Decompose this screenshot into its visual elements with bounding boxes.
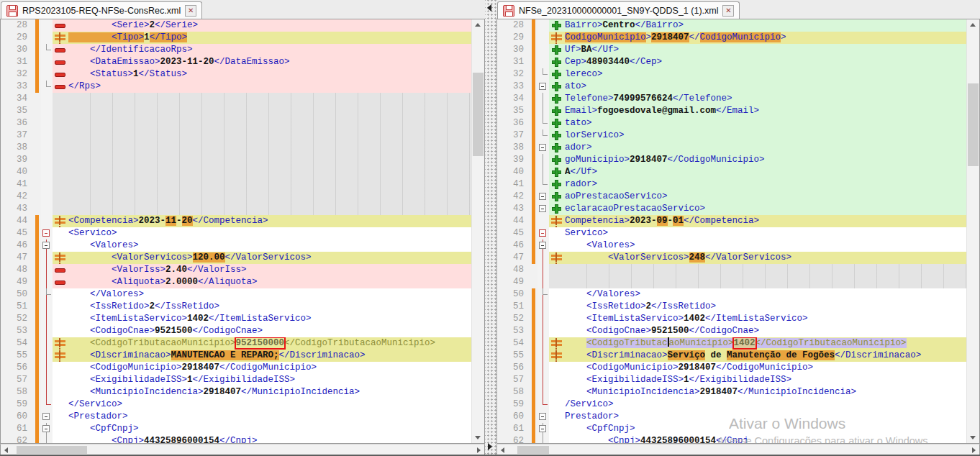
code-text[interactable]: <Cnpj>44325896000154</Cnpj> [68, 435, 472, 443]
code-line[interactable]: 36 [1, 117, 472, 129]
code-text[interactable] [68, 93, 472, 105]
scroll-left-arrow-icon[interactable] [501, 447, 504, 453]
fold-margin[interactable] [41, 252, 53, 264]
code-text[interactable]: <Serie>2</Serie> [68, 19, 472, 32]
code-line[interactable]: 33ato> [497, 81, 967, 93]
code-text[interactable] [68, 105, 472, 117]
fold-margin[interactable] [41, 68, 53, 81]
code-line[interactable]: 43eclaracaoPrestacaoServico> [497, 203, 967, 215]
code-line[interactable]: 37lorServico> [497, 129, 967, 142]
code-text[interactable]: Email>fogoesdovale@gmail.com</Email> [565, 105, 967, 117]
code-text[interactable]: <Discriminacao>Serviço de Manutenção de … [565, 350, 967, 362]
code-line[interactable]: 33</Rps> [1, 81, 472, 93]
close-tab-icon[interactable] [185, 5, 196, 17]
scroll-up-arrow-icon[interactable] [475, 23, 481, 27]
fold-margin[interactable] [537, 288, 549, 301]
code-line[interactable]: 43 [1, 203, 472, 215]
code-line[interactable]: 38ador> [497, 142, 967, 154]
code-line[interactable]: 51 <IssRetido>2</IssRetido> [497, 301, 967, 313]
code-line[interactable]: 59/Servico> [497, 398, 967, 411]
fold-margin[interactable] [41, 105, 53, 117]
code-text[interactable]: <MunicipioIncidencia>2918407</MunicipioI… [68, 386, 472, 398]
fold-margin[interactable] [537, 362, 549, 374]
code-text[interactable]: <CodigoMunicipio>2918407</CodigoMunicipi… [565, 362, 967, 374]
code-line[interactable]: 60<Prestador> [1, 411, 472, 423]
code-line[interactable]: 45<Servico> [1, 227, 472, 240]
code-text[interactable]: <CodigoCnae>9521500</CodigoCnae> [68, 325, 472, 337]
code-line[interactable]: 55 <Discriminacao>Serviço de Manutenção … [497, 350, 967, 362]
fold-margin[interactable] [41, 411, 53, 423]
code-line[interactable]: 57 <ExigibilidadeISS>1</ExigibilidadeISS… [1, 374, 472, 386]
code-line[interactable]: 28Bairro>Centro</Bairro> [497, 19, 967, 32]
fold-margin[interactable] [537, 423, 549, 435]
scrollbar-thumb[interactable] [968, 83, 979, 166]
fold-margin[interactable] [41, 166, 53, 178]
code-text[interactable]: <Cnpj>44325896000154</Cnpj [565, 435, 967, 443]
code-line[interactable]: 45Servico> [497, 227, 967, 240]
fold-margin[interactable] [41, 423, 53, 435]
code-line[interactable]: 53 <CodigoCnae>9521500</CodigoCnae> [1, 325, 472, 337]
fold-margin[interactable] [537, 386, 549, 398]
code-line[interactable]: 62 <Cnpj>44325896000154</Cnpj [497, 435, 967, 443]
code-text[interactable]: tato> [565, 117, 967, 129]
code-text[interactable]: Telefone>74999576624</Telefone> [565, 93, 967, 105]
code-line[interactable]: 55 <Discriminacao>MANUTENCAO E REPARO;</… [1, 350, 472, 362]
code-text[interactable]: Competencia>2023-09-01</Competencia> [565, 215, 967, 227]
fold-margin[interactable] [41, 337, 53, 350]
fold-margin[interactable] [41, 350, 53, 362]
code-line[interactable]: 47 <ValorServicos>248</ValorServicos> [497, 252, 967, 264]
fold-margin[interactable] [41, 362, 53, 374]
fold-margin[interactable] [537, 411, 549, 423]
code-line[interactable]: 52 <ItemListaServico>1402</ItemListaServ… [497, 313, 967, 325]
code-text[interactable] [68, 129, 472, 142]
code-line[interactable]: 58 <MunicipioIncidencia>2918407</Municip… [1, 386, 472, 398]
fold-margin[interactable] [41, 19, 53, 32]
code-text[interactable]: <CodigoTributacaoMunicipio>1402</CodigoT… [565, 337, 967, 350]
code-text[interactable]: Prestador> [565, 411, 967, 423]
code-text[interactable]: <CodigoTributacaoMunicipio>952150000</Co… [68, 337, 472, 350]
scroll-down-arrow-icon[interactable] [475, 436, 481, 439]
pane-splitter[interactable] [485, 0, 496, 456]
code-line[interactable]: 31 <DataEmissao>2023-11-20</DataEmissao> [1, 56, 472, 68]
scroll-up-arrow-icon[interactable] [970, 23, 976, 27]
code-text[interactable]: <ValorServicos>248</ValorServicos> [565, 252, 967, 264]
fold-margin[interactable] [537, 129, 549, 142]
code-line[interactable]: 39goMunicipio>2918407</CodigoMunicipio> [497, 154, 967, 166]
fold-margin[interactable] [537, 166, 549, 178]
fold-margin[interactable] [537, 191, 549, 203]
fold-margin[interactable] [41, 191, 53, 203]
fold-margin[interactable] [537, 313, 549, 325]
fold-margin[interactable] [41, 301, 53, 313]
code-text[interactable]: <Tipo>1</Tipo> [68, 32, 472, 44]
code-text[interactable]: <IssRetido>2</IssRetido> [68, 301, 472, 313]
code-line[interactable]: 53 <CodigoCnae>9521500</CodigoCnae> [497, 325, 967, 337]
code-text[interactable]: Bairro>Centro</Bairro> [565, 19, 967, 32]
code-line[interactable]: 49 [497, 276, 967, 288]
code-text[interactable] [68, 203, 472, 215]
code-line[interactable]: 46 <Valores> [497, 240, 967, 252]
fold-collapse-box[interactable] [539, 193, 546, 200]
fold-collapse-box[interactable] [42, 242, 50, 249]
fold-margin[interactable] [537, 19, 549, 32]
fold-collapse-box[interactable] [42, 425, 50, 432]
code-text[interactable]: goMunicipio>2918407</CodigoMunicipio> [565, 154, 967, 166]
fold-margin[interactable] [537, 56, 549, 68]
fold-collapse-box[interactable] [42, 413, 50, 420]
code-line[interactable]: 46 <Valores> [1, 240, 472, 252]
code-line[interactable]: 62 <Cnpj>44325896000154</Cnpj> [1, 435, 472, 443]
fold-margin[interactable] [41, 325, 53, 337]
code-text[interactable] [68, 117, 472, 129]
code-text[interactable]: <MunicipioIncidencia>2918407</MunicipioI… [565, 386, 967, 398]
code-line[interactable]: 32lereco> [497, 68, 967, 81]
code-text[interactable]: <Valores> [565, 240, 967, 252]
scroll-right-arrow-icon[interactable] [972, 447, 976, 453]
fold-margin[interactable] [537, 276, 549, 288]
code-text[interactable]: <DataEmissao>2023-11-20</DataEmissao> [68, 56, 472, 68]
code-line[interactable]: 41rador> [497, 178, 967, 191]
fold-margin[interactable] [41, 44, 53, 56]
scroll-right-arrow-icon[interactable] [477, 447, 481, 453]
fold-margin[interactable] [537, 203, 549, 215]
fold-margin[interactable] [537, 264, 549, 276]
code-line[interactable]: 58 <MunicipioIncidencia>2918407</Municip… [497, 386, 967, 398]
code-text[interactable]: <CpfCnpj> [68, 423, 472, 435]
